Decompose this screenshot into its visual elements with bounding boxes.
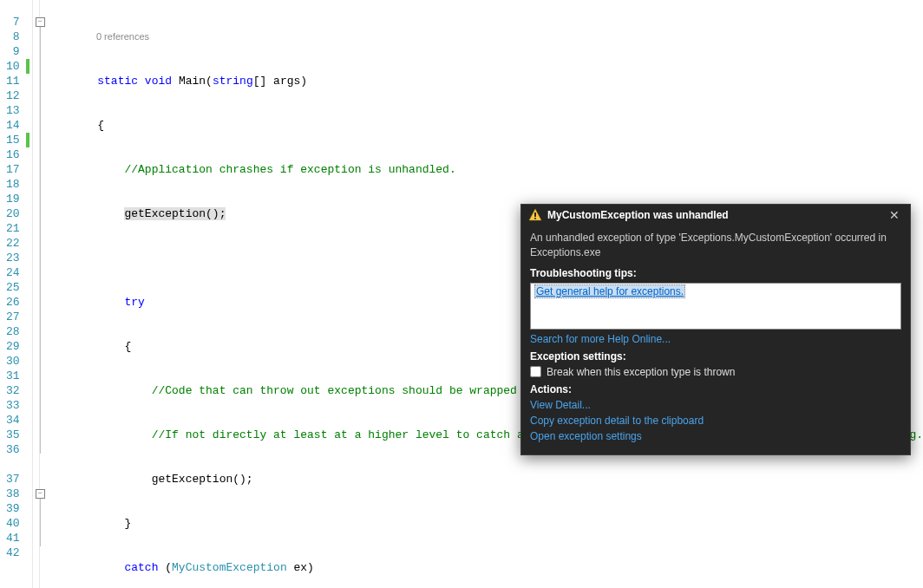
view-detail-link[interactable]: View Detail... bbox=[530, 399, 901, 411]
line-number: 21 bbox=[0, 221, 19, 236]
code-line[interactable]: { bbox=[43, 118, 923, 133]
line-number: 35 bbox=[0, 428, 19, 442]
line-number: 8 bbox=[0, 29, 19, 44]
line-number: 12 bbox=[0, 88, 19, 103]
line-number: 13 bbox=[0, 103, 19, 118]
line-number: 24 bbox=[0, 265, 19, 280]
svg-rect-1 bbox=[534, 212, 536, 217]
line-number: 30 bbox=[0, 354, 19, 369]
tips-heading: Troubleshooting tips: bbox=[530, 267, 901, 279]
line-number: 11 bbox=[0, 74, 19, 88]
settings-heading: Exception settings: bbox=[530, 350, 901, 363]
break-checkbox[interactable] bbox=[530, 366, 541, 377]
line-number: 41 bbox=[0, 531, 19, 546]
line-number: 18 bbox=[0, 177, 19, 192]
code-line[interactable]: getException(); bbox=[43, 472, 923, 487]
warning-icon bbox=[528, 208, 542, 222]
line-number: 31 bbox=[0, 369, 19, 383]
line-number: 29 bbox=[0, 339, 19, 354]
open-settings-link[interactable]: Open exception settings bbox=[530, 430, 901, 442]
change-marker bbox=[26, 133, 29, 147]
exception-popup[interactable]: MyCustomException was unhandled ✕ An unh… bbox=[520, 204, 911, 455]
break-checkbox-label: Break when this exception type is thrown bbox=[547, 366, 735, 378]
code-line[interactable]: //Application chrashes if exception is u… bbox=[43, 162, 923, 177]
line-number: 33 bbox=[0, 398, 19, 413]
line-number: 26 bbox=[0, 295, 19, 310]
line-number: 7 bbox=[0, 15, 19, 29]
line-number: 17 bbox=[0, 162, 19, 177]
copy-detail-link[interactable]: Copy exception detail to the clipboard bbox=[530, 415, 901, 427]
popup-title: MyCustomException was unhandled bbox=[547, 209, 886, 221]
change-margin bbox=[26, 0, 32, 588]
line-number: 16 bbox=[0, 147, 19, 162]
line-number: 36 bbox=[0, 442, 19, 457]
line-number: 20 bbox=[0, 206, 19, 221]
svg-rect-2 bbox=[534, 218, 536, 219]
exception-message: An unhandled exception of type 'Exceptio… bbox=[530, 231, 901, 260]
break-checkbox-row[interactable]: Break when this exception type is thrown bbox=[530, 366, 901, 378]
line-number: 38 bbox=[0, 487, 19, 501]
line-number: 14 bbox=[0, 118, 19, 133]
close-icon[interactable]: ✕ bbox=[886, 208, 903, 222]
line-number: 10 bbox=[0, 59, 19, 74]
line-number: 15 bbox=[0, 133, 19, 147]
line-number: 28 bbox=[0, 324, 19, 339]
actions-heading: Actions: bbox=[530, 383, 901, 395]
line-number: 40 bbox=[0, 516, 19, 531]
code-line[interactable]: catch (MyCustomException ex) bbox=[43, 560, 923, 575]
popup-titlebar[interactable]: MyCustomException was unhandled ✕ bbox=[521, 205, 910, 225]
line-number: 23 bbox=[0, 251, 19, 265]
line-number: 25 bbox=[0, 280, 19, 295]
line-number: 32 bbox=[0, 383, 19, 398]
tip-link[interactable]: Get general help for exceptions. bbox=[534, 284, 685, 298]
line-number: 19 bbox=[0, 192, 19, 206]
line-number-gutter: 7 8 9 10 11 12 13 14 15 16 17 18 19 20 2… bbox=[0, 0, 26, 588]
line-number: 22 bbox=[0, 236, 19, 251]
line-number: 39 bbox=[6, 502, 20, 515]
change-marker bbox=[26, 59, 29, 74]
line-number: 34 bbox=[0, 413, 19, 428]
line-number: 27 bbox=[0, 310, 19, 324]
line-number: 9 bbox=[0, 44, 19, 59]
codelens[interactable]: 0 references bbox=[43, 29, 923, 44]
line-number: 42 bbox=[0, 546, 19, 560]
code-line[interactable]: static void Main(string[] args) bbox=[43, 74, 923, 88]
outline-margin[interactable]: − − bbox=[33, 0, 40, 588]
search-help-link[interactable]: Search for more Help Online... bbox=[530, 333, 901, 345]
code-line[interactable]: } bbox=[43, 516, 923, 531]
tips-listbox[interactable]: Get general help for exceptions. bbox=[530, 283, 901, 330]
line-number: 37 bbox=[0, 472, 19, 487]
